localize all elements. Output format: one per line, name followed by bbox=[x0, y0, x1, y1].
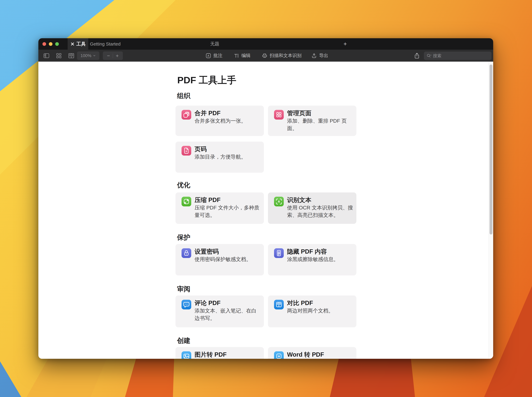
scrollbar-thumb[interactable] bbox=[489, 64, 492, 235]
card-title: 压缩 PDF bbox=[195, 196, 220, 204]
annotate-icon: A bbox=[206, 53, 211, 59]
search-input[interactable] bbox=[433, 53, 479, 58]
traffic-lights bbox=[43, 42, 59, 46]
tab-tools[interactable]: 工具 bbox=[68, 38, 88, 50]
export-label: 导出 bbox=[319, 52, 328, 59]
section-heading-protect: 保护 bbox=[177, 233, 190, 242]
scrollbar-track[interactable] bbox=[489, 62, 493, 359]
tab-untitled[interactable]: 无题 bbox=[184, 38, 245, 50]
page-numbers-icon: # bbox=[182, 146, 191, 155]
section-heading-create: 创建 bbox=[177, 336, 190, 345]
scanner-icon bbox=[262, 53, 268, 59]
compress-pdf-icon bbox=[182, 197, 191, 206]
share-icon bbox=[414, 52, 420, 59]
edit-text-icon bbox=[233, 53, 239, 59]
annotate-label: 批注 bbox=[213, 52, 222, 59]
card-desc: 压缩 PDF 文件大小，多种质量可选。 bbox=[195, 204, 261, 219]
card-desc: 合并多张文档为一张。 bbox=[195, 117, 261, 124]
card-desc: 使用密码保护敏感文档。 bbox=[195, 255, 261, 263]
card-title: Word 转 PDF bbox=[287, 350, 324, 359]
tools-icon bbox=[70, 42, 75, 46]
card-title: 对比 PDF bbox=[287, 299, 313, 307]
facing-pages-view-button[interactable] bbox=[68, 52, 74, 59]
tab-tools-label: 工具 bbox=[76, 41, 86, 47]
scan-ocr-label: 扫描和文本识别 bbox=[270, 52, 301, 59]
card-desc: 两边对照两个文档。 bbox=[287, 307, 354, 314]
zoom-stepper: − + bbox=[103, 51, 123, 60]
card-title: 隐藏 PDF 内容 bbox=[287, 247, 327, 256]
scan-ocr-button[interactable]: 扫描和文本识别 bbox=[262, 50, 301, 62]
tool-card-manage-pages[interactable]: 管理页面 添加、删除、重排 PDF 页面。 bbox=[268, 106, 356, 136]
tool-card-redact-content[interactable]: 隐藏 PDF 内容 涂黑或擦除敏感信息。 bbox=[268, 244, 356, 275]
word-to-pdf-icon: W bbox=[274, 351, 284, 359]
manage-pages-icon bbox=[274, 110, 284, 120]
close-button[interactable] bbox=[43, 42, 46, 46]
card-title: 页码 bbox=[195, 145, 207, 153]
export-button[interactable]: 导出 bbox=[311, 50, 328, 62]
card-desc: 添加、删除、重排 PDF 页面。 bbox=[287, 117, 354, 132]
tab-bar: 工具 Getting Started 无题 + bbox=[38, 38, 493, 50]
card-title: 设置密码 bbox=[195, 247, 219, 256]
view-controls bbox=[43, 50, 74, 62]
tool-card-word-to-pdf[interactable]: W Word 转 PDF bbox=[268, 347, 356, 359]
card-desc: 使用 OCR 文本识别拷贝、搜索、高亮已扫描文本。 bbox=[287, 204, 354, 219]
tool-card-comment-pdf[interactable]: 评论 PDF 添加文本、嵌入笔记、在白边书写。 bbox=[176, 296, 264, 327]
share-button[interactable] bbox=[414, 50, 420, 62]
toolbar: 100% − + A 批注 bbox=[38, 50, 493, 62]
tool-card-set-password[interactable]: 设置密码 使用密码保护敏感文档。 bbox=[176, 244, 264, 275]
tab-getting-started-label: Getting Started bbox=[90, 41, 121, 47]
svg-text:A: A bbox=[208, 54, 209, 57]
minimize-button[interactable] bbox=[49, 42, 52, 46]
ocr-icon: A bbox=[274, 197, 284, 206]
tool-card-page-numbers[interactable]: # 页码 添加目录，方便导航。 bbox=[176, 142, 264, 173]
compare-pdf-icon bbox=[274, 300, 284, 310]
card-title: 评论 PDF bbox=[195, 299, 220, 307]
tool-card-merge-pdf[interactable]: 合并 PDF 合并多张文档为一张。 bbox=[176, 106, 264, 136]
card-title: 识别文本 bbox=[287, 196, 311, 204]
tools-getting-started-page: PDF 工具上手 组织 优化 保护 审阅 创建 合并 PDF bbox=[38, 62, 493, 359]
tab-getting-started[interactable]: Getting Started bbox=[88, 38, 122, 50]
password-lock-icon bbox=[182, 248, 191, 258]
redact-icon bbox=[274, 248, 284, 258]
section-heading-review: 审阅 bbox=[177, 285, 190, 293]
annotate-button[interactable]: A 批注 bbox=[206, 50, 222, 62]
new-tab-button[interactable]: + bbox=[341, 38, 349, 50]
tool-card-compare-pdf[interactable]: 对比 PDF 两边对照两个文档。 bbox=[268, 296, 356, 327]
svg-text:#: # bbox=[186, 150, 187, 153]
zoom-level-value: 100% bbox=[80, 53, 92, 58]
card-title: 合并 PDF bbox=[195, 109, 220, 117]
chevron-down-icon bbox=[93, 54, 96, 57]
card-desc: 涂黑或擦除敏感信息。 bbox=[287, 255, 354, 263]
comment-pdf-icon bbox=[182, 300, 191, 310]
zoom-level-dropdown[interactable]: 100% bbox=[77, 51, 99, 60]
section-heading-organize: 组织 bbox=[177, 91, 190, 100]
card-title: 管理页面 bbox=[287, 109, 311, 117]
divider bbox=[113, 53, 113, 58]
content-column: PDF 工具上手 组织 优化 保护 审阅 创建 合并 PDF bbox=[176, 62, 357, 359]
card-title: 图片转 PDF bbox=[195, 350, 226, 359]
plus-icon: + bbox=[343, 41, 347, 47]
search-field[interactable] bbox=[424, 52, 491, 60]
sidebar-toggle-button[interactable] bbox=[43, 52, 49, 59]
svg-text:A: A bbox=[278, 200, 280, 203]
merge-pdf-icon bbox=[182, 110, 191, 120]
tool-card-recognize-text[interactable]: A 识别文本 使用 OCR 文本识别拷贝、搜索、高亮已扫描文本。 bbox=[268, 192, 356, 224]
tool-card-image-to-pdf[interactable]: 图片转 PDF bbox=[176, 347, 264, 359]
page-title: PDF 工具上手 bbox=[177, 74, 236, 87]
zoom-out-button[interactable]: − bbox=[107, 53, 110, 59]
zoom-in-button[interactable]: + bbox=[116, 53, 119, 59]
edit-label: 编辑 bbox=[241, 52, 251, 59]
search-icon bbox=[426, 53, 431, 58]
edit-button[interactable]: 编辑 bbox=[233, 50, 251, 62]
tool-card-compress-pdf[interactable]: 压缩 PDF 压缩 PDF 文件大小，多种质量可选。 bbox=[176, 192, 264, 224]
desktop: 工具 Getting Started 无题 + bbox=[0, 0, 532, 397]
svg-text:W: W bbox=[278, 355, 280, 358]
export-icon bbox=[311, 53, 317, 59]
zoom-window-button[interactable] bbox=[55, 42, 59, 46]
pdf-app-window: 工具 Getting Started 无题 + bbox=[38, 38, 493, 359]
thumbnails-view-button[interactable] bbox=[56, 52, 62, 59]
card-desc: 添加文本、嵌入笔记、在白边书写。 bbox=[195, 307, 261, 322]
tab-untitled-label: 无题 bbox=[210, 41, 219, 47]
image-to-pdf-icon bbox=[182, 351, 191, 359]
card-desc: 添加目录，方便导航。 bbox=[195, 153, 261, 161]
